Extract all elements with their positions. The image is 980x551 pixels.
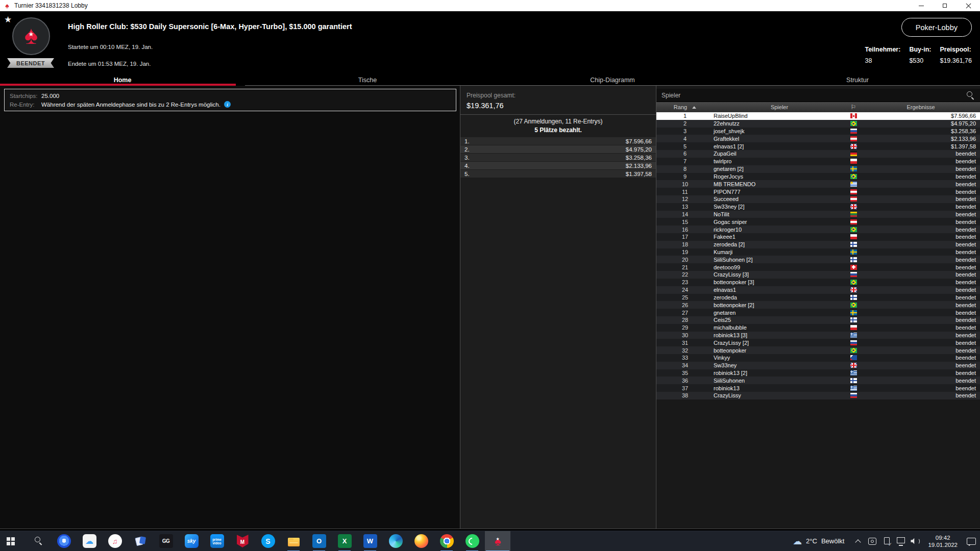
- taskbar-clock[interactable]: 09:42 19.01.2022: [926, 534, 960, 548]
- flag-br-icon: [850, 174, 857, 179]
- taskbar-icloud-button[interactable]: [77, 531, 102, 551]
- player-row[interactable]: 26botteonpoker [2]beendet: [656, 301, 980, 309]
- close-button[interactable]: [957, 0, 980, 11]
- stat-preispool: Preispool:$19.361,76: [940, 46, 972, 64]
- taskbar-excel-button[interactable]: [332, 531, 357, 551]
- player-row[interactable]: 16rickroger10beendet: [656, 226, 980, 233]
- titlebar: Turnier 3341831238 Lobby: [0, 0, 980, 11]
- taskbar-word-button[interactable]: [357, 531, 383, 551]
- minimize-button[interactable]: [910, 0, 933, 11]
- prize-row: 3.$3.258,36: [460, 154, 656, 161]
- search-input[interactable]: Spieler: [662, 92, 966, 99]
- player-row[interactable]: 32botteonpokerbeendet: [656, 346, 980, 354]
- player-row[interactable]: 20SiiliSuhonen [2]beendet: [656, 256, 980, 263]
- column-header-results[interactable]: Ergebnisse: [862, 104, 980, 110]
- network-icon[interactable]: [895, 531, 906, 551]
- taskbar-prime-video-button[interactable]: [204, 531, 230, 551]
- player-row[interactable]: 15Gogac sniperbeendet: [656, 218, 980, 226]
- player-row[interactable]: 19Kumarjibeendet: [656, 248, 980, 256]
- player-row[interactable]: 7twirlprobeendet: [656, 158, 980, 165]
- column-header-player[interactable]: Spieler: [714, 104, 845, 110]
- taskbar-mcafee-button[interactable]: [230, 531, 255, 551]
- taskbar-firefox-button[interactable]: [408, 531, 434, 551]
- info-icon[interactable]: i: [224, 101, 231, 108]
- volume-icon[interactable]: [910, 531, 921, 551]
- player-row[interactable]: 30robiniok13 [3]beendet: [656, 332, 980, 339]
- player-row[interactable]: 11PIPON777beendet: [656, 188, 980, 195]
- player-row[interactable]: 17Fakeee1beendet: [656, 233, 980, 241]
- player-row[interactable]: 18zerodeda [2]beendet: [656, 241, 980, 248]
- weather-widget[interactable]: ☁ 2°C Bewölkt: [790, 531, 847, 551]
- player-row[interactable]: 23botteonpoker [3]beendet: [656, 279, 980, 286]
- player-row[interactable]: 222ehnutzz$4.975,20: [656, 120, 980, 128]
- chevron-up-icon[interactable]: [852, 531, 864, 551]
- usb-icon[interactable]: [881, 531, 892, 551]
- taskbar-itunes-button[interactable]: [102, 531, 128, 551]
- player-row[interactable]: 29michalbubblebeendet: [656, 324, 980, 332]
- taskbar-start-button[interactable]: [0, 531, 26, 551]
- player-row[interactable]: 28Ceis25beendet: [656, 316, 980, 324]
- player-row[interactable]: 24elnavas1beendet: [656, 286, 980, 294]
- player-row[interactable]: 38CrazyLissybeendet: [656, 392, 980, 399]
- taskbar-whatsapp-button[interactable]: [459, 531, 485, 551]
- player-row[interactable]: 33Vinkyybeendet: [656, 354, 980, 362]
- player-search-bar[interactable]: Spieler: [656, 89, 980, 102]
- player-row[interactable]: 1RaiseUpBlind$7.596,66: [656, 112, 980, 120]
- player-row[interactable]: 22CrazyLissy [3]beendet: [656, 271, 980, 279]
- taskbar-cards-button[interactable]: [128, 531, 153, 551]
- player-row[interactable]: 27gnetarenbeendet: [656, 309, 980, 316]
- file-explorer-icon: [288, 538, 300, 546]
- column-header-flag[interactable]: ⚐: [845, 104, 862, 111]
- column-header-rank[interactable]: Rang: [656, 104, 714, 110]
- player-result: beendet: [862, 227, 980, 233]
- search-icon: [32, 534, 45, 548]
- player-row[interactable]: 3josef_shvejk$3.258,36: [656, 128, 980, 135]
- flag-cz-icon: [850, 355, 857, 360]
- player-name: josef_shvejk: [714, 128, 845, 134]
- player-result: beendet: [862, 249, 980, 255]
- player-row[interactable]: 14NoTilitbeendet: [656, 211, 980, 218]
- magnifier-icon[interactable]: [966, 91, 975, 100]
- player-row[interactable]: 21deetooo99beendet: [656, 263, 980, 271]
- taskbar-signal-button[interactable]: [51, 531, 77, 551]
- player-rank: 26: [656, 302, 714, 308]
- tab-struktur[interactable]: Struktur: [735, 74, 980, 86]
- restore-button[interactable]: [933, 0, 957, 11]
- player-row[interactable]: 10MB TREMENDObeendet: [656, 180, 980, 188]
- taskbar-chrome-button[interactable]: [434, 531, 459, 551]
- taskbar-file-explorer-button[interactable]: [281, 531, 306, 551]
- player-row[interactable]: 5elnavas1 [2]$1.397,58: [656, 142, 980, 150]
- player-row[interactable]: 6ZupaGeilbeendet: [656, 150, 980, 158]
- taskbar-sky-button[interactable]: [179, 531, 204, 551]
- player-row[interactable]: 37robiniok13beendet: [656, 384, 980, 392]
- taskbar-skype-button[interactable]: [255, 531, 281, 551]
- player-row[interactable]: 8gnetaren [2]beendet: [656, 165, 980, 173]
- tab-home[interactable]: Home: [0, 74, 245, 86]
- player-row[interactable]: 13Sw33ney [2]beendet: [656, 203, 980, 211]
- player-row[interactable]: 35robiniok13 [2]beendet: [656, 369, 980, 377]
- player-rank: 1: [656, 113, 714, 119]
- edge-icon: [389, 534, 403, 548]
- player-row[interactable]: 31CrazyLissy [2]beendet: [656, 339, 980, 346]
- flag-at-icon: [850, 189, 857, 194]
- tab-chip-diagramm[interactable]: Chip-Diagramm: [490, 74, 735, 86]
- player-row[interactable]: 9RogerJocysbeendet: [656, 173, 980, 181]
- poker-lobby-button[interactable]: Poker-Lobby: [901, 18, 972, 37]
- taskbar-pokerstars-button[interactable]: [485, 531, 510, 551]
- taskbar-ggpoker-button[interactable]: [153, 531, 179, 551]
- action-center-icon[interactable]: [967, 538, 976, 545]
- player-row[interactable]: 34Sw33neybeendet: [656, 362, 980, 369]
- taskbar-search-button[interactable]: [26, 531, 51, 551]
- results-header-label: Ergebnisse: [906, 104, 935, 110]
- tab-tische[interactable]: Tische: [245, 74, 490, 86]
- meet-now-icon[interactable]: [867, 531, 878, 551]
- player-row[interactable]: 25zerodedabeendet: [656, 294, 980, 302]
- taskbar-outlook-button[interactable]: [306, 531, 332, 551]
- player-result: beendet: [862, 370, 980, 376]
- player-result: $3.258,36: [862, 128, 980, 134]
- prize-place: 1.: [464, 138, 470, 144]
- player-row[interactable]: 12Succeeedbeendet: [656, 195, 980, 203]
- player-row[interactable]: 4Graftekkel$2.133,96: [656, 135, 980, 142]
- taskbar-edge-button[interactable]: [383, 531, 408, 551]
- player-row[interactable]: 36SiiliSuhonenbeendet: [656, 377, 980, 384]
